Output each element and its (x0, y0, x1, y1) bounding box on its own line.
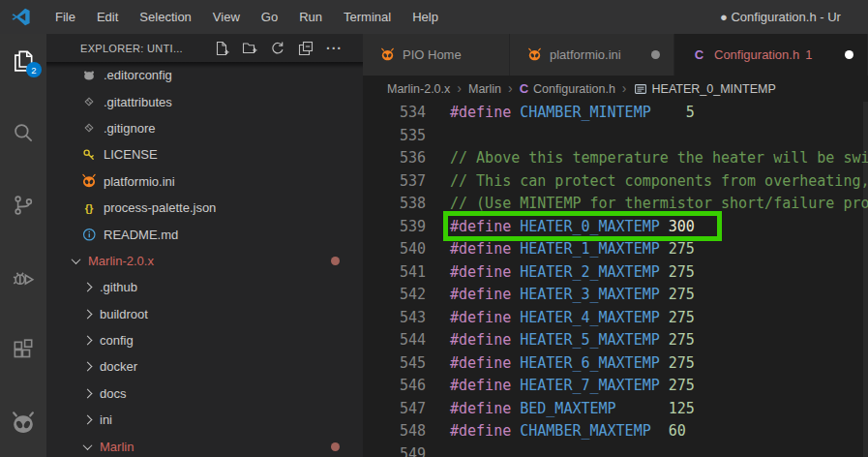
collapse-folders-icon[interactable] (298, 41, 314, 56)
tree-item-platformio-ini[interactable]: platformio.ini (46, 168, 363, 195)
code-token (511, 422, 520, 440)
code-line-538[interactable]: 538// (Use MINTEMP for thermistor short/… (363, 193, 868, 216)
line-number[interactable]: 543 (363, 307, 426, 330)
tree-item-process-palette-json[interactable]: {}process-palette.json (46, 195, 363, 221)
breadcrumb-item[interactable]: C Configuration.h (520, 81, 615, 96)
line-number[interactable]: 545 (363, 352, 426, 376)
tree-item-docker[interactable]: docker (46, 353, 363, 380)
tree-item-label: .editorconfig (104, 68, 172, 82)
code-line-549[interactable]: 549 (363, 443, 868, 457)
breadcrumb-item[interactable]: Marlin (468, 82, 501, 96)
extensions-icon[interactable] (11, 338, 36, 363)
line-number[interactable]: 548 (363, 420, 426, 443)
code-token: 275 (669, 354, 695, 372)
code-line-534[interactable]: 534#define CHAMBER_MINTEMP 5 (363, 102, 868, 125)
breadcrumb-label: Configuration.h (533, 82, 615, 96)
tab-configuration-h[interactable]: C Configuration.h 1 (674, 34, 868, 76)
platformio-icon[interactable] (11, 411, 36, 436)
chevron-down-icon (83, 441, 93, 450)
tree-item-ini[interactable]: ini (46, 407, 363, 433)
tab-platformio-ini[interactable]: platformio.ini (510, 34, 674, 76)
line-number[interactable]: 541 (363, 261, 426, 285)
code-token: CHAMBER_MAXTEMP (520, 422, 650, 440)
breadcrumb-item[interactable]: Marlin-2.0.x (387, 82, 450, 96)
code-line-545[interactable]: 545#define HEATER_6_MAXTEMP 275 (363, 352, 868, 376)
line-number[interactable]: 535 (363, 125, 426, 148)
tree-item--gitignore[interactable]: .gitignore (46, 115, 363, 141)
line-number[interactable]: 549 (363, 443, 426, 457)
code-token (651, 422, 669, 440)
code-line-542[interactable]: 542#define HEATER_3_MAXTEMP 275 (363, 284, 868, 307)
code-line-544[interactable]: 544#define HEATER_5_MAXTEMP 275 (363, 329, 868, 352)
key-icon (81, 147, 97, 163)
braces-icon: {} (81, 200, 97, 216)
line-number[interactable]: 544 (363, 329, 426, 352)
code-line-540[interactable]: 540#define HEATER_1_MAXTEMP 275 (363, 238, 868, 261)
code-token: CHAMBER_MINTEMP (520, 104, 650, 121)
code-line-535[interactable]: 535 (363, 125, 868, 148)
new-folder-icon[interactable] (242, 41, 257, 56)
menu-help[interactable]: Help (402, 0, 449, 34)
code-text: #define HEATER_1_MAXTEMP 275 (450, 238, 695, 261)
explorer-icon[interactable]: 2 (11, 47, 36, 73)
code-line-548[interactable]: 548#define CHAMBER_MAXTEMP 60 (363, 420, 868, 443)
code-token: HEATER_5_MAXTEMP (520, 331, 660, 349)
menu-run[interactable]: Run (288, 0, 333, 34)
tree-item-marlin-2-0-x[interactable]: Marlin-2.0.x (46, 248, 363, 274)
tree-item-marlin[interactable]: Marlin (46, 433, 363, 457)
line-number[interactable]: 534 (363, 102, 426, 125)
code-line-547[interactable]: 547#define BED_MAXTEMP 125 (363, 398, 868, 421)
line-number[interactable]: 540 (363, 238, 426, 261)
code-token: #define (450, 309, 511, 326)
info-icon (81, 227, 97, 242)
menu-selection[interactable]: Selection (129, 0, 201, 34)
code-token: 275 (669, 377, 695, 394)
editor-scrollbar[interactable] (863, 102, 868, 457)
line-number[interactable]: 542 (363, 284, 426, 307)
code-token (511, 400, 520, 417)
line-number[interactable]: 546 (363, 375, 426, 398)
menu-go[interactable]: Go (251, 0, 288, 34)
run-debug-icon[interactable] (11, 265, 36, 290)
line-number[interactable]: 538 (363, 193, 426, 216)
refresh-icon[interactable] (270, 41, 285, 56)
tree-item-buildroot[interactable]: buildroot (46, 301, 363, 327)
code-line-541[interactable]: 541#define HEATER_2_MAXTEMP 275 (363, 261, 868, 285)
code-editor[interactable]: 534#define CHAMBER_MINTEMP 5535536// Abo… (363, 102, 868, 457)
code-line-546[interactable]: 546#define HEATER_7_MAXTEMP 275 (363, 375, 868, 398)
line-number[interactable]: 536 (363, 147, 426, 170)
line-number[interactable]: 537 (363, 170, 426, 194)
menu-view[interactable]: View (202, 0, 251, 34)
code-token (511, 354, 520, 372)
menu-terminal[interactable]: Terminal (333, 0, 402, 34)
code-line-543[interactable]: 543#define HEATER_4_MAXTEMP 275 (363, 307, 868, 330)
symbol-field-icon (634, 82, 647, 96)
search-icon[interactable] (11, 120, 36, 145)
line-number[interactable]: 547 (363, 398, 426, 421)
code-line-536[interactable]: 536// Above this temperature the heater … (363, 147, 868, 170)
code-text: #define HEATER_0_MAXTEMP 300 (450, 216, 695, 239)
tree-item--github[interactable]: .github (46, 274, 363, 300)
c-header-icon: C (520, 81, 528, 96)
more-actions-icon[interactable]: ··· (326, 41, 342, 56)
tab-pio-home[interactable]: PIO Home (363, 34, 510, 76)
breadcrumb-label: HEATER_0_MINTEMP (652, 82, 776, 96)
tree-item-docs[interactable]: docs (46, 381, 363, 407)
tree-item--gitattributes[interactable]: .gitattributes (46, 88, 363, 114)
tree-item-license[interactable]: LICENSE (46, 141, 363, 168)
tree-item--editorconfig[interactable]: .editorconfig (46, 62, 363, 88)
code-line-537[interactable]: 537// This can protect components from o… (363, 170, 868, 194)
modified-dot[interactable] (651, 50, 660, 59)
menu-file[interactable]: File (45, 0, 86, 34)
new-file-icon[interactable] (214, 41, 229, 56)
modified-dot[interactable] (845, 50, 853, 59)
breadcrumb-item[interactable]: HEATER_0_MINTEMP (634, 82, 776, 96)
source-control-icon[interactable] (11, 193, 36, 218)
code-line-539[interactable]: 539#define HEATER_0_MAXTEMP 300 (363, 216, 868, 239)
menu-edit[interactable]: Edit (86, 0, 129, 34)
tree-item-config[interactable]: config (46, 327, 363, 353)
code-text: #define HEATER_7_MAXTEMP 275 (450, 375, 695, 398)
line-number[interactable]: 539 (363, 216, 426, 239)
tree-item-label: config (100, 333, 134, 348)
tree-item-readme-md[interactable]: README.md (46, 221, 363, 247)
